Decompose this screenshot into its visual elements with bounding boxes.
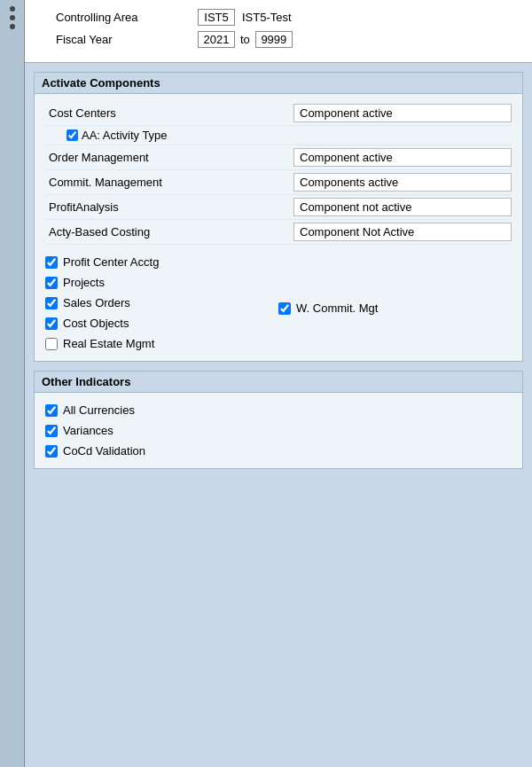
profit-center-checkbox[interactable] (45, 256, 58, 269)
acty-costing-status: Component Not Active (293, 223, 512, 241)
checkboxes-grid: Profit Center Acctg Projects Sales Order… (45, 252, 512, 354)
profit-analysis-status: Component not active (293, 198, 512, 216)
real-estate-row: Real Estate Mgmt (45, 333, 278, 354)
commit-management-row: Commit. Management Components active (45, 170, 512, 195)
other-indicators-section: Other Indicators All Currencies Variance… (34, 371, 523, 469)
cost-objects-row: Cost Objects (45, 313, 278, 333)
sales-orders-row: Sales Orders (45, 293, 278, 313)
checkboxes-right-col: W. Commit. Mgt (278, 252, 512, 354)
activity-type-label: AA: Activity Type (45, 129, 293, 142)
order-management-row: Order Management Component active (45, 145, 512, 170)
other-indicators-header: Other Indicators (35, 372, 522, 393)
cost-objects-checkbox[interactable] (45, 317, 58, 330)
fiscal-year-label: Fiscal Year (56, 33, 198, 46)
fiscal-year-from: 2021 (198, 31, 235, 48)
cocd-validation-checkbox[interactable] (45, 445, 58, 458)
activity-type-row: AA: Activity Type (45, 126, 512, 145)
variances-label: Variances (63, 424, 113, 437)
projects-checkbox[interactable] (45, 277, 58, 289)
sales-orders-label: Sales Orders (63, 296, 130, 309)
order-management-label: Order Management (45, 151, 293, 164)
fiscal-year-to-word: to (240, 33, 250, 46)
profit-analysis-row: ProfitAnalysis Component not active (45, 195, 512, 220)
controlling-area-name: IST5-Test (242, 11, 292, 24)
profit-analysis-label: ProfitAnalysis (45, 200, 293, 214)
profit-center-label: Profit Center Acctg (63, 255, 159, 269)
all-currencies-checkbox[interactable] (45, 404, 58, 417)
real-estate-label: Real Estate Mgmt (63, 337, 154, 350)
order-management-status: Component active (293, 148, 512, 167)
activate-components-header: Activate Components (35, 73, 522, 94)
w-commit-mgt-label: W. Commit. Mgt (296, 301, 378, 315)
controlling-area-code: IST5 (198, 9, 235, 26)
commit-management-label: Commit. Management (45, 176, 293, 189)
cost-objects-label: Cost Objects (63, 317, 129, 330)
controlling-area-label: Controlling Area (56, 11, 198, 24)
activate-components-section: Activate Components Cost Centers Compone… (34, 72, 523, 362)
cocd-validation-label: CoCd Validation (63, 444, 145, 458)
acty-costing-label: Acty-Based Costing (45, 225, 293, 239)
all-currencies-label: All Currencies (63, 403, 135, 417)
all-currencies-row: All Currencies (45, 400, 512, 420)
projects-row: Projects (45, 272, 278, 293)
cocd-validation-row: CoCd Validation (45, 441, 512, 461)
cost-centers-label: Cost Centers (45, 106, 293, 120)
profit-center-row: Profit Center Acctg (45, 252, 278, 272)
commit-management-status: Components active (293, 173, 512, 192)
w-commit-mgt-row: W. Commit. Mgt (278, 298, 512, 318)
w-commit-mgt-checkbox[interactable] (278, 302, 291, 315)
real-estate-checkbox[interactable] (45, 338, 58, 350)
fiscal-year-to: 9999 (255, 31, 293, 48)
projects-label: Projects (63, 276, 105, 289)
cost-centers-row: Cost Centers Component active (45, 101, 512, 126)
variances-checkbox[interactable] (45, 425, 58, 437)
cost-centers-status: Component active (293, 104, 512, 122)
checkboxes-left-col: Profit Center Acctg Projects Sales Order… (45, 252, 278, 354)
sales-orders-checkbox[interactable] (45, 297, 58, 309)
variances-row: Variances (45, 420, 512, 441)
acty-costing-row: Acty-Based Costing Component Not Active (45, 220, 512, 245)
activity-type-checkbox[interactable] (66, 129, 78, 141)
